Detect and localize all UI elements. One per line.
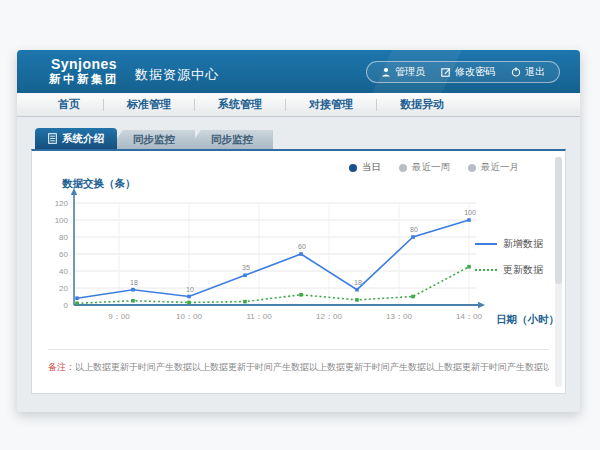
- line-chart: 0204060801001209：0010：0011：0012：0013：001…: [44, 185, 504, 335]
- y-tick-label: 80: [59, 233, 68, 242]
- data-point: [75, 302, 79, 306]
- admin-button[interactable]: 管理员: [381, 65, 425, 79]
- app-header: Synjones 新中新集团 数据资源中心 管理员 修改密码: [17, 50, 580, 93]
- legend-new-data[interactable]: 新增数据: [475, 237, 543, 251]
- radio-unselected-icon: [399, 164, 407, 172]
- solid-line-swatch: [475, 243, 497, 245]
- app-window: Synjones 新中新集团 数据资源中心 管理员 修改密码: [17, 50, 580, 412]
- data-point: [299, 293, 303, 297]
- user-toolbar: 管理员 修改密码 退出: [366, 61, 560, 83]
- x-tick-label: 12：00: [316, 312, 342, 321]
- filter-last-month-label: 最近一月: [481, 161, 519, 174]
- scrollbar-thumb[interactable]: [555, 157, 562, 284]
- admin-label: 管理员: [395, 65, 425, 79]
- data-point: [355, 298, 359, 302]
- footnote-prefix: 备注：: [48, 362, 75, 372]
- filter-today-label: 当日: [362, 161, 381, 174]
- main-nav: 首页 标准管理 系统管理 对接管理 数据异动: [17, 93, 580, 117]
- y-tick-label: 100: [55, 216, 69, 225]
- nav-item-interface-mgmt[interactable]: 对接管理: [286, 97, 376, 112]
- x-tick-label: 13：00: [386, 312, 412, 321]
- user-icon: [381, 67, 391, 77]
- brand-logo: Synjones 新中新集团: [49, 57, 119, 85]
- x-tick-label: 9：00: [108, 312, 130, 321]
- content-area: 系统介绍 同步监控 同步监控 当日 最近一周: [17, 117, 580, 412]
- x-tick-label: 11：00: [246, 312, 272, 321]
- tab-sync-monitor-1[interactable]: 同步监控: [109, 130, 195, 149]
- data-point: [299, 252, 303, 256]
- dotted-line-swatch: [475, 269, 497, 271]
- chart-legend: 新增数据 更新数据: [475, 237, 543, 289]
- data-point: [411, 235, 415, 239]
- filter-last-week[interactable]: 最近一周: [399, 161, 450, 174]
- tab-system-intro[interactable]: 系统介绍: [35, 128, 117, 149]
- data-point: [411, 295, 415, 299]
- data-point-label: 18: [354, 279, 362, 286]
- data-point: [243, 300, 247, 304]
- y-tick-label: 0: [64, 301, 69, 310]
- edit-icon: [441, 67, 451, 77]
- y-tick-label: 20: [59, 284, 68, 293]
- panel-scrollbar: [555, 157, 562, 387]
- data-point: [187, 295, 191, 299]
- brand-logo-en: Synjones: [49, 57, 119, 72]
- document-icon: [48, 133, 57, 144]
- data-point: [467, 265, 471, 269]
- data-point: [355, 288, 359, 292]
- nav-item-standard-mgmt[interactable]: 标准管理: [104, 97, 194, 112]
- period-filters: 当日 最近一周 最近一月: [349, 161, 519, 174]
- change-password-label: 修改密码: [455, 65, 495, 79]
- data-point: [243, 273, 247, 277]
- data-point-label: 60: [298, 243, 306, 250]
- data-point: [467, 218, 471, 222]
- legend-update-data-label: 更新数据: [503, 263, 543, 277]
- data-point: [187, 301, 191, 305]
- x-axis-arrow: [478, 302, 485, 308]
- radio-selected-icon: [349, 164, 357, 172]
- page-title: 数据资源中心: [135, 60, 219, 84]
- tab-sync-monitor-2[interactable]: 同步监控: [187, 130, 273, 149]
- logout-label: 退出: [525, 65, 545, 79]
- data-point: [131, 299, 135, 303]
- y-tick-label: 40: [59, 267, 68, 276]
- filter-last-week-label: 最近一周: [412, 161, 450, 174]
- change-password-button[interactable]: 修改密码: [441, 65, 495, 79]
- data-point-label: 100: [464, 209, 476, 216]
- y-axis-arrow: [71, 188, 77, 195]
- radio-unselected-icon: [468, 164, 476, 172]
- y-tick-label: 120: [55, 199, 69, 208]
- x-axis-title: 日期（小时）: [496, 313, 559, 327]
- tab-system-intro-label: 系统介绍: [62, 132, 104, 146]
- nav-item-system-mgmt[interactable]: 系统管理: [195, 97, 285, 112]
- chart-panel: 当日 最近一周 最近一月 数据交换（条） 0204060801001209：00…: [31, 149, 566, 394]
- data-point-label: 80: [410, 226, 418, 233]
- nav-item-home[interactable]: 首页: [35, 97, 103, 112]
- data-point: [75, 296, 79, 300]
- filter-today[interactable]: 当日: [349, 161, 381, 174]
- footnote-text: 以上数据更新于时间产生数据以上数据更新于时间产生数据以上数据更新于时间产生数据以…: [75, 362, 549, 372]
- power-icon: [511, 67, 521, 77]
- data-point-label: 35: [242, 264, 250, 271]
- brand-logo-cn: 新中新集团: [49, 73, 119, 86]
- x-tick-label: 14：00: [456, 312, 482, 321]
- logout-button[interactable]: 退出: [511, 65, 545, 79]
- data-point-label: 10: [186, 286, 194, 293]
- screenshot-stage: Synjones 新中新集团 数据资源中心 管理员 修改密码: [0, 0, 600, 450]
- x-tick-label: 10：00: [176, 312, 202, 321]
- y-tick-label: 60: [59, 250, 68, 259]
- tab-bar: 系统介绍 同步监控 同步监控: [35, 128, 566, 149]
- legend-new-data-label: 新增数据: [503, 237, 543, 251]
- legend-update-data[interactable]: 更新数据: [475, 263, 543, 277]
- filter-last-month[interactable]: 最近一月: [468, 161, 519, 174]
- footnote: 备注：以上数据更新于时间产生数据以上数据更新于时间产生数据以上数据更新于时间产生…: [48, 349, 549, 374]
- data-point-label: 18: [130, 279, 138, 286]
- nav-item-data-change[interactable]: 数据异动: [377, 97, 467, 112]
- data-point: [131, 288, 135, 292]
